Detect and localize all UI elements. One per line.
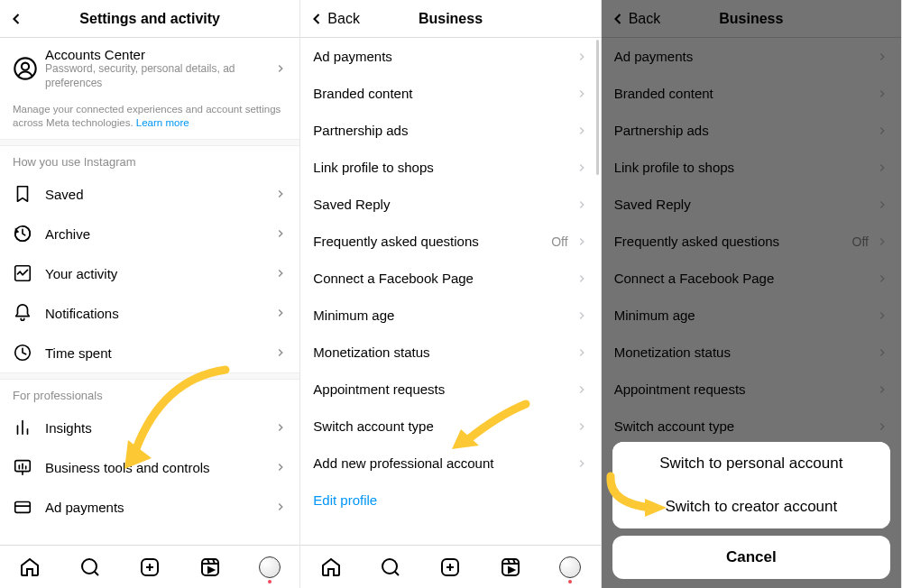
list-item[interactable]: Monetization status <box>300 334 600 371</box>
accounts-center-row[interactable]: Accounts Center Password, security, pers… <box>0 38 299 99</box>
svg-marker-24 <box>208 567 214 573</box>
chevron-right-icon <box>575 272 588 285</box>
scrollbar[interactable] <box>596 40 599 175</box>
row-label: Your activity <box>45 266 274 281</box>
chevron-right-icon <box>575 87 588 100</box>
list-item[interactable]: Appointment requests <box>300 371 600 408</box>
tab-profile[interactable] <box>258 556 281 579</box>
list-item[interactable]: Add new professional account <box>300 445 600 482</box>
settings-row[interactable]: Insights <box>0 408 299 447</box>
cancel-button[interactable]: Cancel <box>612 536 890 579</box>
divider <box>0 372 299 380</box>
list-item[interactable]: Minimum age <box>300 297 600 334</box>
bell-icon <box>13 303 32 323</box>
tab-home[interactable] <box>319 556 343 579</box>
svg-line-16 <box>94 571 98 575</box>
chevron-right-icon <box>274 421 287 434</box>
search-icon <box>79 556 101 578</box>
list-item[interactable]: Saved Reply <box>300 186 600 223</box>
reels-icon <box>500 556 521 578</box>
tab-profile[interactable] <box>558 556 582 579</box>
clock-icon <box>13 343 32 363</box>
svg-point-1 <box>22 63 29 70</box>
accounts-center-text: Accounts Center Password, security, pers… <box>45 47 274 90</box>
sheet-options: Switch to personal account Switch to cre… <box>612 442 890 529</box>
reels-icon <box>199 556 221 578</box>
tab-reels[interactable] <box>198 556 222 579</box>
item-label: Connect a Facebook Page <box>313 271 575 286</box>
page-title: Business <box>419 11 483 27</box>
list-item[interactable]: Partnership ads <box>300 112 600 149</box>
settings-row[interactable]: Your activity <box>0 253 299 293</box>
tab-search[interactable] <box>379 556 402 579</box>
item-value: Off <box>551 234 567 249</box>
settings-row[interactable]: Notifications <box>0 293 299 333</box>
chevron-right-icon <box>575 51 588 63</box>
accounts-center-subtitle: Password, security, personal details, ad… <box>45 62 274 90</box>
item-label: Partnership ads <box>313 123 575 138</box>
user-circle-icon <box>13 56 38 81</box>
chevron-left-icon <box>7 10 25 28</box>
chevron-right-icon <box>575 235 588 248</box>
switch-creator-button[interactable]: Switch to creator account <box>612 485 890 528</box>
list-item[interactable]: Ad payments <box>300 38 600 75</box>
svg-line-27 <box>395 571 400 575</box>
chevron-right-icon <box>274 267 287 280</box>
row-label: Archive <box>45 226 274 242</box>
list-item[interactable]: Link profile to shops <box>300 149 600 186</box>
settings-row[interactable]: Archive <box>0 214 299 253</box>
header: Settings and activity <box>0 0 299 38</box>
tab-reels[interactable] <box>499 556 522 579</box>
presentation-icon <box>13 457 32 477</box>
svg-rect-13 <box>15 502 31 513</box>
chevron-right-icon <box>575 383 588 396</box>
back-button[interactable]: Back <box>308 10 360 28</box>
chevron-right-icon <box>575 198 588 211</box>
tab-search[interactable] <box>78 556 102 579</box>
list-item[interactable]: Branded content <box>300 75 600 112</box>
tab-create[interactable] <box>138 556 161 579</box>
chevron-right-icon <box>575 420 588 433</box>
settings-row[interactable]: Ad payments <box>0 487 299 527</box>
back-button[interactable] <box>7 10 25 28</box>
row-label: Notifications <box>45 306 274 321</box>
plus-square-icon <box>439 556 461 578</box>
tab-create[interactable] <box>438 556 462 579</box>
home-icon <box>19 556 41 578</box>
list-item[interactable]: Switch account type <box>300 408 600 445</box>
chevron-right-icon <box>274 307 287 319</box>
home-icon <box>320 556 342 578</box>
section-header-how-you-use: How you use Instagram <box>0 146 299 174</box>
item-label: Monetization status <box>313 345 575 360</box>
search-icon <box>380 556 401 578</box>
row-label: Ad payments <box>45 500 274 515</box>
list-item[interactable]: Frequently asked questions Off <box>300 223 600 260</box>
chevron-right-icon <box>274 188 287 200</box>
chevron-left-icon <box>308 10 326 28</box>
chevron-right-icon <box>274 501 287 513</box>
settings-row[interactable]: Business tools and controls <box>0 447 299 487</box>
section-header-professionals: For professionals <box>0 380 299 408</box>
avatar-icon <box>259 556 281 578</box>
divider <box>0 139 299 146</box>
action-sheet: Switch to personal account Switch to cre… <box>612 442 890 580</box>
page-title: Settings and activity <box>79 11 220 27</box>
chevron-right-icon <box>575 309 588 322</box>
svg-point-0 <box>14 58 35 78</box>
credit-card-icon <box>13 497 32 517</box>
edit-profile-link[interactable]: Edit profile <box>300 482 600 519</box>
switch-personal-button[interactable]: Switch to personal account <box>612 442 890 485</box>
learn-more-link[interactable]: Learn more <box>136 117 189 128</box>
tab-home[interactable] <box>18 556 41 579</box>
item-label: Ad payments <box>313 49 575 64</box>
bookmark-icon <box>13 184 32 204</box>
item-label: Switch account type <box>313 418 575 434</box>
chevron-right-icon <box>575 161 588 174</box>
row-label: Business tools and controls <box>45 460 274 475</box>
settings-row[interactable]: Saved <box>0 174 299 214</box>
panel-business-sheet: Back Business Ad payments Branded conten… <box>602 0 902 588</box>
settings-row[interactable]: Time spent <box>0 333 299 372</box>
list-item[interactable]: Connect a Facebook Page <box>300 260 600 297</box>
chevron-right-icon <box>274 346 287 359</box>
row-label: Saved <box>45 187 274 202</box>
